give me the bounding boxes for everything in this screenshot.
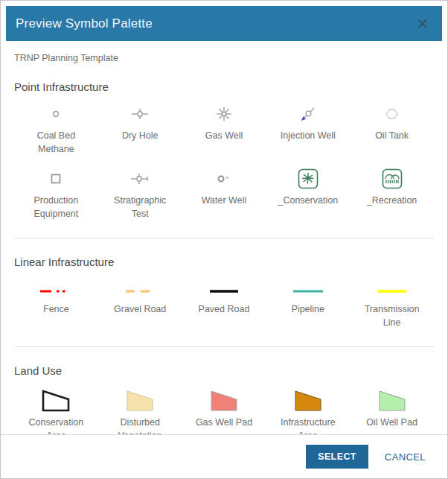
stratigraphic-test-symbol (130, 165, 150, 192)
injection-well-symbol (299, 101, 317, 127)
cancel-button[interactable]: CANCEL (379, 447, 432, 467)
palette-item-label: Production Equipment (20, 194, 92, 221)
close-icon[interactable]: ✕ (415, 15, 430, 33)
template-name-label: TRNP Planning Template (14, 53, 434, 63)
palette-item-water-well: Water Well (182, 165, 266, 221)
section-divider (14, 346, 434, 347)
palette-item-label: Oil Tank (375, 130, 409, 143)
palette-item-label: Coal Bed Methane (20, 130, 92, 156)
oil-well-pad-polygon-symbol (377, 387, 408, 414)
palette-item-recreation: _Recreation (350, 165, 434, 221)
water-well-symbol (216, 165, 232, 192)
palette-item-label: Fence (43, 303, 69, 317)
production-equipment-symbol (48, 165, 63, 192)
section-heading-land-use: Land Use (14, 364, 434, 377)
palette-item-label: _Recreation (367, 194, 417, 208)
palette-item-label: Pipeline (292, 303, 324, 317)
gas-well-symbol (215, 101, 233, 127)
transmission-line-symbol (376, 282, 409, 301)
dry-hole-symbol (131, 101, 149, 127)
dialog-footer: SELECT CANCEL (1, 434, 447, 478)
palette-item-label: Gas Well Pad (196, 416, 252, 430)
palette-item-gravel-road: Gravel Road (98, 282, 182, 329)
preview-symbol-palette-dialog: Preview Symbol Palette ✕ TRNP Planning T… (0, 0, 448, 479)
palette-item-label: Paved Road (199, 303, 250, 317)
section-divider (14, 238, 434, 238)
palette-item-label: Gravel Road (114, 303, 166, 317)
dialog-title: Preview Symbol Palette (16, 16, 153, 31)
palette-item-transmission-line: Transmission Line (350, 282, 434, 329)
section-heading-point-infrastructure: Point Infrastructure (14, 80, 434, 93)
oil-tank-symbol (384, 101, 400, 127)
disturbed-vegetation-polygon-symbol (124, 387, 156, 414)
linear-infrastructure-grid: Fence Gravel Road Paved Road (14, 282, 434, 339)
palette-item-label: Stratigraphic Test (104, 194, 176, 221)
palette-item-label: Dry Hole (122, 130, 159, 143)
recreation-icon (382, 165, 403, 192)
palette-item-label: Injection Well (281, 130, 336, 143)
select-button[interactable]: SELECT (306, 445, 368, 469)
conservation-area-polygon-symbol (40, 387, 71, 414)
gravel-road-line-symbol (124, 282, 156, 301)
dialog-body: TRNP Planning Template Point Infrastruct… (6, 53, 442, 452)
palette-item-oil-tank: Oil Tank (350, 101, 434, 156)
paved-road-line-symbol (208, 282, 240, 301)
dialog-header: Preview Symbol Palette ✕ (6, 6, 442, 41)
palette-item-label: _Conservation (278, 194, 338, 208)
palette-item-paved-road: Paved Road (182, 282, 266, 329)
palette-item-production-equipment: Production Equipment (14, 165, 98, 221)
point-infrastructure-grid: Coal Bed Methane Dry Hole (14, 101, 434, 230)
pipeline-line-symbol (292, 282, 324, 301)
palette-item-label: Gas Well (205, 130, 243, 143)
section-heading-linear-infrastructure: Linear Infrastructure (14, 256, 434, 268)
palette-item-label: Transmission Line (356, 303, 428, 329)
palette-item-conservation: _Conservation (266, 165, 350, 221)
fence-line-symbol (39, 282, 72, 301)
palette-item-pipeline: Pipeline (266, 282, 350, 329)
conservation-icon (298, 165, 319, 192)
infrastructure-area-polygon-symbol (292, 387, 324, 414)
coal-bed-methane-symbol (48, 101, 64, 127)
palette-item-injection-well: Injection Well (266, 101, 350, 156)
palette-item-label: Oil Well Pad (366, 416, 417, 430)
palette-item-label: Water Well (202, 194, 246, 208)
palette-item-dry-hole: Dry Hole (98, 101, 182, 156)
palette-item-stratigraphic-test: Stratigraphic Test (98, 165, 182, 221)
palette-item-fence: Fence (14, 282, 98, 329)
palette-item-coal-bed-methane: Coal Bed Methane (14, 101, 98, 156)
palette-item-gas-well: Gas Well (182, 101, 266, 156)
gas-well-pad-polygon-symbol (208, 387, 240, 414)
